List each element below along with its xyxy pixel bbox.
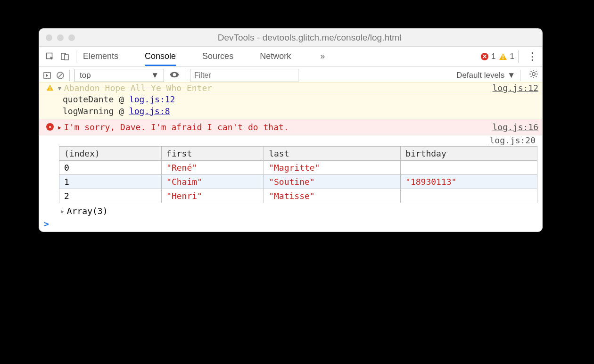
chevron-down-icon: ▼ — [507, 71, 515, 80]
table-row[interactable]: 2 "Henri" "Matisse" — [59, 189, 537, 203]
warning-text: Abandon Hope All Ye Who Enter — [64, 83, 212, 93]
devtools-window: DevTools - devtools.glitch.me/console/lo… — [39, 28, 543, 232]
live-expression-icon[interactable] — [169, 71, 180, 80]
clear-console-icon[interactable] — [56, 71, 65, 80]
prompt-chevron-icon: > — [44, 219, 49, 229]
svg-line-16 — [536, 76, 536, 77]
svg-rect-3 — [503, 55, 503, 58]
log-warning-row[interactable]: ▾ Abandon Hope All Ye Who Enter log.js:1… — [39, 83, 542, 94]
svg-rect-4 — [503, 58, 503, 59]
warning-count: 1 — [510, 52, 514, 61]
table-row[interactable]: 0 "René" "Magritte" — [59, 161, 537, 175]
source-link[interactable]: log.js:16 — [492, 122, 538, 132]
svg-point-10 — [532, 73, 535, 75]
filter-input[interactable] — [190, 69, 298, 82]
titlebar: DevTools - devtools.glitch.me/console/lo… — [39, 29, 542, 47]
stack-frame[interactable]: logWarning @ log.js:8 — [63, 104, 542, 119]
chevron-down-icon: ▼ — [151, 69, 159, 82]
console-table: (index) first last birthday 0 "René" "Ma… — [59, 146, 537, 203]
table-source-row: log.js:20 — [39, 135, 542, 145]
minimize-icon[interactable] — [57, 34, 64, 41]
console-table-wrap: (index) first last birthday 0 "René" "Ma… — [39, 145, 542, 206]
table-row[interactable]: 1 "Chaim" "Soutine" "18930113" — [59, 175, 537, 189]
console-prompt[interactable]: > — [39, 216, 542, 232]
log-error-row[interactable]: ✕ ▸ I'm sorry, Dave. I'm afraid I can't … — [39, 119, 542, 135]
svg-line-17 — [531, 76, 532, 77]
levels-label: Default levels — [456, 71, 504, 80]
error-text: I'm sorry, Dave. I'm afraid I can't do t… — [64, 122, 289, 132]
zoom-icon[interactable] — [68, 34, 75, 41]
inspect-icon[interactable] — [46, 52, 54, 61]
kebab-menu-icon[interactable]: ⋮ — [522, 50, 542, 63]
svg-line-15 — [531, 71, 532, 72]
close-icon[interactable] — [46, 34, 52, 41]
console-log-area: ▾ Abandon Hope All Ye Who Enter log.js:1… — [39, 83, 542, 232]
error-icon: ✕ — [481, 53, 488, 60]
source-link[interactable]: log.js:12 — [492, 83, 538, 93]
source-link[interactable]: log.js:8 — [129, 106, 170, 116]
array-summary: Array(3) — [67, 206, 108, 216]
tab-sources[interactable]: Sources — [202, 51, 233, 61]
expand-icon[interactable]: ▾ — [57, 83, 62, 93]
log-levels-selector[interactable]: Default levels ▼ — [456, 71, 515, 80]
table-header-birthday[interactable]: birthday — [401, 147, 537, 161]
filter-input-wrap — [190, 69, 298, 82]
warning-icon — [46, 84, 54, 91]
context-selector[interactable]: top ▼ — [74, 69, 164, 82]
source-link[interactable]: log.js:12 — [129, 94, 175, 104]
traffic-lights[interactable] — [46, 34, 75, 41]
stack-frame[interactable]: quoteDante @ log.js:12 — [63, 94, 542, 104]
issue-counts[interactable]: ✕ 1 1 — [481, 52, 514, 61]
expand-icon[interactable]: ▸ — [60, 206, 65, 216]
table-header-index[interactable]: (index) — [59, 147, 162, 161]
error-count: 1 — [491, 52, 495, 61]
gear-icon[interactable] — [529, 69, 538, 81]
table-header-first[interactable]: first — [162, 147, 264, 161]
expand-icon[interactable]: ▸ — [57, 122, 62, 132]
svg-rect-2 — [65, 55, 68, 60]
svg-rect-19 — [50, 86, 50, 88]
tab-console[interactable]: Console — [145, 51, 176, 66]
window-title: DevTools - devtools.glitch.me/console/lo… — [83, 33, 536, 43]
svg-point-9 — [173, 73, 176, 76]
array-summary-row[interactable]: ▸Array(3) — [39, 206, 542, 216]
error-icon: ✕ — [46, 123, 54, 131]
main-tabbar: Elements Console Sources Network » ✕ 1 1… — [39, 47, 542, 66]
svg-rect-20 — [50, 89, 50, 90]
device-toolbar-icon[interactable] — [61, 52, 69, 61]
warning-icon — [499, 52, 507, 61]
table-header-last[interactable]: last — [264, 147, 401, 161]
stack-trace: quoteDante @ log.js:12 logWarning @ log.… — [39, 94, 542, 119]
source-link[interactable]: log.js:20 — [489, 135, 536, 145]
svg-line-18 — [536, 71, 536, 72]
more-tabs-icon[interactable]: » — [317, 51, 328, 61]
svg-line-7 — [58, 73, 63, 78]
tab-elements[interactable]: Elements — [83, 51, 118, 61]
tab-network[interactable]: Network — [260, 51, 291, 61]
sidebar-toggle-icon[interactable] — [43, 71, 51, 80]
console-toolbar: top ▼ Default levels ▼ — [39, 66, 542, 84]
context-value: top — [80, 69, 91, 82]
